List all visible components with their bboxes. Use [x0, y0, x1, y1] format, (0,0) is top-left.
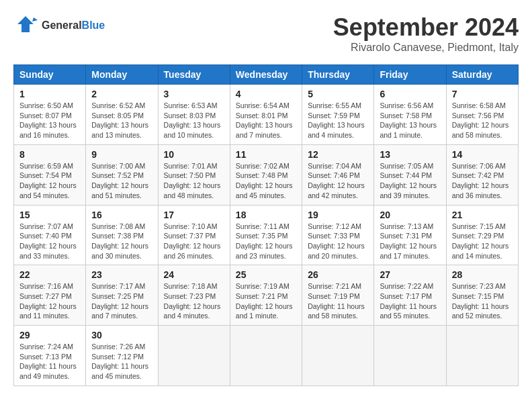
- day-info: Sunrise: 7:26 AM Sunset: 7:12 PM Dayligh…: [91, 342, 152, 381]
- day-info: Sunrise: 7:13 AM Sunset: 7:31 PM Dayligh…: [380, 222, 440, 261]
- day-number: 9: [91, 149, 152, 160]
- day-number: 2: [91, 89, 152, 99]
- calendar-day-cell: 30Sunrise: 7:26 AM Sunset: 7:12 PM Dayli…: [86, 326, 158, 386]
- day-info: Sunrise: 7:02 AM Sunset: 7:48 PM Dayligh…: [236, 161, 296, 201]
- calendar-day-cell: 7Sunrise: 6:58 AM Sunset: 7:56 PM Daylig…: [446, 85, 518, 145]
- day-info: Sunrise: 7:10 AM Sunset: 7:37 PM Dayligh…: [164, 222, 224, 261]
- calendar-day-cell: 9Sunrise: 7:00 AM Sunset: 7:52 PM Daylig…: [86, 144, 158, 205]
- day-info: Sunrise: 7:04 AM Sunset: 7:46 PM Dayligh…: [308, 161, 368, 201]
- day-number: 21: [452, 210, 513, 220]
- calendar-day-cell: 1Sunrise: 6:50 AM Sunset: 8:07 PM Daylig…: [14, 85, 86, 145]
- calendar-day-cell: [446, 326, 518, 386]
- day-info: Sunrise: 7:12 AM Sunset: 7:33 PM Dayligh…: [308, 222, 368, 261]
- day-number: 30: [91, 330, 152, 340]
- day-info: Sunrise: 7:01 AM Sunset: 7:50 PM Dayligh…: [164, 161, 224, 201]
- calendar-week-row: 8Sunrise: 6:59 AM Sunset: 7:54 PM Daylig…: [14, 144, 519, 205]
- calendar-day-cell: 12Sunrise: 7:04 AM Sunset: 7:46 PM Dayli…: [302, 144, 374, 205]
- col-header-friday: Friday: [374, 65, 446, 85]
- calendar-day-cell: [230, 326, 302, 386]
- day-number: 28: [452, 269, 513, 280]
- day-info: Sunrise: 6:50 AM Sunset: 8:07 PM Dayligh…: [19, 101, 80, 140]
- day-number: 5: [308, 89, 368, 99]
- calendar-day-cell: 2Sunrise: 6:52 AM Sunset: 8:05 PM Daylig…: [86, 85, 158, 145]
- calendar-day-cell: 26Sunrise: 7:21 AM Sunset: 7:19 PM Dayli…: [302, 265, 374, 326]
- day-number: 27: [380, 269, 440, 280]
- day-info: Sunrise: 7:17 AM Sunset: 7:25 PM Dayligh…: [91, 281, 152, 321]
- day-number: 20: [380, 210, 440, 220]
- day-number: 24: [164, 269, 224, 280]
- col-header-thursday: Thursday: [302, 65, 374, 85]
- day-info: Sunrise: 6:52 AM Sunset: 8:05 PM Dayligh…: [91, 101, 152, 140]
- day-number: 25: [236, 269, 296, 280]
- logo: GeneralBlue: [13, 13, 105, 38]
- day-number: 6: [380, 89, 440, 99]
- day-info: Sunrise: 7:00 AM Sunset: 7:52 PM Dayligh…: [91, 161, 152, 201]
- day-number: 15: [19, 210, 80, 220]
- location: Rivarolo Canavese, Piedmont, Italy: [333, 42, 519, 54]
- calendar-day-cell: 25Sunrise: 7:19 AM Sunset: 7:21 PM Dayli…: [230, 265, 302, 326]
- calendar-day-cell: 18Sunrise: 7:11 AM Sunset: 7:35 PM Dayli…: [230, 205, 302, 265]
- calendar-week-row: 1Sunrise: 6:50 AM Sunset: 8:07 PM Daylig…: [14, 85, 519, 145]
- calendar-day-cell: 22Sunrise: 7:16 AM Sunset: 7:27 PM Dayli…: [14, 265, 86, 326]
- logo-text: GeneralBlue: [42, 19, 105, 32]
- calendar-day-cell: 19Sunrise: 7:12 AM Sunset: 7:33 PM Dayli…: [302, 205, 374, 265]
- day-number: 12: [308, 149, 368, 160]
- col-header-tuesday: Tuesday: [158, 65, 230, 85]
- day-number: 8: [19, 149, 80, 160]
- day-number: 1: [19, 89, 80, 99]
- page-header: GeneralBlue September 2024 Rivarolo Cana…: [13, 13, 519, 54]
- calendar-day-cell: [158, 326, 230, 386]
- col-header-monday: Monday: [86, 65, 158, 85]
- calendar-day-cell: 14Sunrise: 7:06 AM Sunset: 7:42 PM Dayli…: [446, 144, 518, 205]
- calendar-header-row: SundayMondayTuesdayWednesdayThursdayFrid…: [14, 65, 519, 85]
- calendar-day-cell: [302, 326, 374, 386]
- day-number: 22: [19, 269, 80, 280]
- calendar-day-cell: 10Sunrise: 7:01 AM Sunset: 7:50 PM Dayli…: [158, 144, 230, 205]
- day-number: 14: [452, 149, 513, 160]
- calendar-day-cell: 20Sunrise: 7:13 AM Sunset: 7:31 PM Dayli…: [374, 205, 446, 265]
- svg-marker-1: [32, 17, 38, 21]
- calendar-week-row: 29Sunrise: 7:24 AM Sunset: 7:13 PM Dayli…: [14, 326, 519, 386]
- svg-marker-0: [17, 16, 34, 32]
- calendar-table: SundayMondayTuesdayWednesdayThursdayFrid…: [13, 64, 519, 386]
- day-info: Sunrise: 6:53 AM Sunset: 8:03 PM Dayligh…: [164, 101, 224, 140]
- day-info: Sunrise: 7:21 AM Sunset: 7:19 PM Dayligh…: [308, 281, 368, 321]
- day-info: Sunrise: 7:19 AM Sunset: 7:21 PM Dayligh…: [236, 281, 296, 321]
- day-number: 18: [236, 210, 296, 220]
- day-info: Sunrise: 7:06 AM Sunset: 7:42 PM Dayligh…: [452, 161, 513, 201]
- day-info: Sunrise: 7:16 AM Sunset: 7:27 PM Dayligh…: [19, 281, 80, 321]
- day-info: Sunrise: 7:05 AM Sunset: 7:44 PM Dayligh…: [380, 161, 440, 201]
- day-info: Sunrise: 6:54 AM Sunset: 8:01 PM Dayligh…: [236, 101, 296, 140]
- day-info: Sunrise: 6:55 AM Sunset: 7:59 PM Dayligh…: [308, 101, 368, 140]
- day-info: Sunrise: 7:18 AM Sunset: 7:23 PM Dayligh…: [164, 281, 224, 321]
- day-info: Sunrise: 7:08 AM Sunset: 7:38 PM Dayligh…: [91, 222, 152, 261]
- calendar-day-cell: 16Sunrise: 7:08 AM Sunset: 7:38 PM Dayli…: [86, 205, 158, 265]
- calendar-day-cell: 24Sunrise: 7:18 AM Sunset: 7:23 PM Dayli…: [158, 265, 230, 326]
- day-number: 13: [380, 149, 440, 160]
- day-number: 4: [236, 89, 296, 99]
- day-info: Sunrise: 7:24 AM Sunset: 7:13 PM Dayligh…: [19, 342, 80, 381]
- calendar-day-cell: 11Sunrise: 7:02 AM Sunset: 7:48 PM Dayli…: [230, 144, 302, 205]
- calendar-day-cell: [374, 326, 446, 386]
- day-number: 29: [19, 330, 80, 340]
- day-info: Sunrise: 6:56 AM Sunset: 7:58 PM Dayligh…: [380, 101, 440, 140]
- day-number: 19: [308, 210, 368, 220]
- day-number: 23: [91, 269, 152, 280]
- calendar-day-cell: 3Sunrise: 6:53 AM Sunset: 8:03 PM Daylig…: [158, 85, 230, 145]
- day-info: Sunrise: 6:59 AM Sunset: 7:54 PM Dayligh…: [19, 161, 80, 201]
- calendar-day-cell: 4Sunrise: 6:54 AM Sunset: 8:01 PM Daylig…: [230, 85, 302, 145]
- day-number: 3: [164, 89, 224, 99]
- calendar-day-cell: 15Sunrise: 7:07 AM Sunset: 7:40 PM Dayli…: [14, 205, 86, 265]
- calendar-day-cell: 23Sunrise: 7:17 AM Sunset: 7:25 PM Dayli…: [86, 265, 158, 326]
- day-number: 26: [308, 269, 368, 280]
- day-info: Sunrise: 7:15 AM Sunset: 7:29 PM Dayligh…: [452, 222, 513, 261]
- calendar-day-cell: 21Sunrise: 7:15 AM Sunset: 7:29 PM Dayli…: [446, 205, 518, 265]
- day-number: 7: [452, 89, 513, 99]
- calendar-day-cell: 5Sunrise: 6:55 AM Sunset: 7:59 PM Daylig…: [302, 85, 374, 145]
- calendar-day-cell: 6Sunrise: 6:56 AM Sunset: 7:58 PM Daylig…: [374, 85, 446, 145]
- calendar-day-cell: 13Sunrise: 7:05 AM Sunset: 7:44 PM Dayli…: [374, 144, 446, 205]
- day-info: Sunrise: 6:58 AM Sunset: 7:56 PM Dayligh…: [452, 101, 513, 140]
- day-number: 17: [164, 210, 224, 220]
- day-info: Sunrise: 7:11 AM Sunset: 7:35 PM Dayligh…: [236, 222, 296, 261]
- day-number: 11: [236, 149, 296, 160]
